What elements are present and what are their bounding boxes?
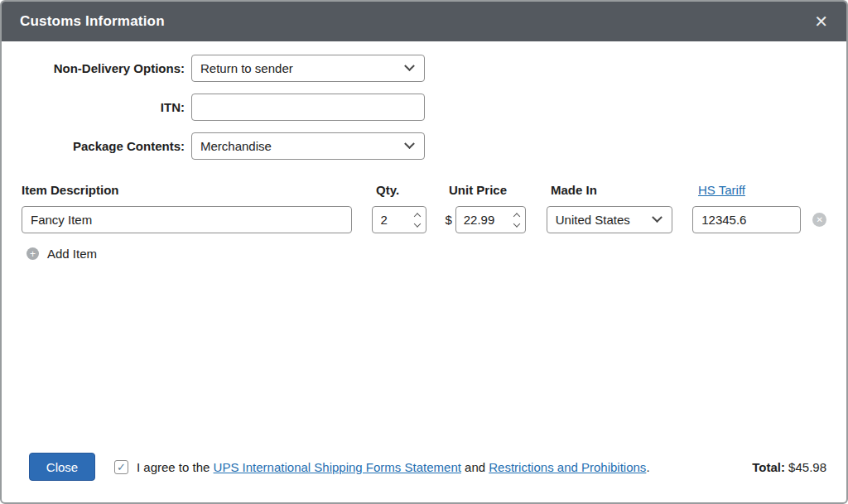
unit-price-stepper[interactable]: 22.99 xyxy=(455,206,526,233)
dialog-header: Customs Information ✕ xyxy=(2,2,846,41)
column-header-item-description: Item Description xyxy=(22,183,356,197)
itn-label: ITN: xyxy=(22,100,185,114)
close-icon[interactable]: ✕ xyxy=(814,13,828,30)
agreement-middle: and xyxy=(461,460,489,474)
package-contents-value: Merchandise xyxy=(200,139,272,153)
close-button[interactable]: Close xyxy=(29,453,95,481)
stepper-arrows-icon[interactable] xyxy=(415,214,420,226)
itn-row: ITN: xyxy=(22,94,826,121)
stepper-arrows-icon[interactable] xyxy=(514,214,519,226)
made-in-select[interactable]: United States xyxy=(547,206,672,233)
non-delivery-options-value: Return to sender xyxy=(200,61,293,75)
column-header-made-in: Made In xyxy=(551,183,678,197)
package-contents-select[interactable]: Merchandise xyxy=(191,132,425,160)
qty-value: 2 xyxy=(380,213,387,227)
dialog-body: Non-Delivery Options: Return to sender I… xyxy=(2,41,846,453)
unit-price-value: 22.99 xyxy=(464,213,495,227)
currency-symbol: $ xyxy=(445,213,451,227)
add-item-button[interactable]: + Add Item xyxy=(26,247,826,261)
remove-item-icon[interactable]: ✕ xyxy=(812,213,826,227)
restrictions-prohibitions-link[interactable]: Restrictions and Prohibitions xyxy=(489,460,646,474)
dialog-footer: Close ✓ I agree to the UPS International… xyxy=(2,453,846,502)
dialog-title: Customs Information xyxy=(20,13,165,30)
item-row: 2 $ 22.99 United States ✕ xyxy=(22,206,826,233)
chevron-down-icon xyxy=(404,138,415,149)
total-amount: Total: $45.98 xyxy=(752,460,826,474)
package-contents-row: Package Contents: Merchandise xyxy=(22,132,826,160)
agree-checkbox[interactable]: ✓ xyxy=(114,460,128,474)
non-delivery-options-row: Non-Delivery Options: Return to sender xyxy=(22,55,826,82)
package-contents-label: Package Contents: xyxy=(22,139,185,153)
qty-stepper[interactable]: 2 xyxy=(372,206,426,233)
agreement-suffix: . xyxy=(646,460,649,474)
made-in-value: United States xyxy=(556,213,630,227)
agreement-section: ✓ I agree to the UPS International Shipp… xyxy=(114,460,650,474)
item-description-input[interactable] xyxy=(22,206,352,233)
hs-tariff-input[interactable] xyxy=(692,206,801,233)
agreement-text: I agree to the UPS International Shippin… xyxy=(137,460,650,474)
chevron-down-icon xyxy=(652,212,662,223)
shipping-forms-statement-link[interactable]: UPS International Shipping Forms Stateme… xyxy=(214,460,461,474)
column-header-unit-price: Unit Price xyxy=(449,183,530,197)
item-list-header: Item Description Qty. Unit Price Made In… xyxy=(22,183,826,197)
hs-tariff-link[interactable]: HS Tariff xyxy=(698,183,807,197)
add-item-label: Add Item xyxy=(47,247,97,261)
non-delivery-options-label: Non-Delivery Options: xyxy=(22,61,185,75)
item-list: Item Description Qty. Unit Price Made In… xyxy=(22,183,826,261)
unit-price-cell: $ 22.99 xyxy=(445,206,525,233)
agreement-prefix: I agree to the xyxy=(137,460,214,474)
chevron-down-icon xyxy=(404,60,415,71)
total-value: $45.98 xyxy=(785,460,826,474)
customs-information-dialog: Customs Information ✕ Non-Delivery Optio… xyxy=(0,0,848,504)
total-label: Total: xyxy=(752,460,785,474)
itn-input[interactable] xyxy=(191,94,425,121)
column-header-qty: Qty. xyxy=(376,183,431,197)
plus-icon: + xyxy=(26,247,39,260)
non-delivery-options-select[interactable]: Return to sender xyxy=(191,55,425,82)
